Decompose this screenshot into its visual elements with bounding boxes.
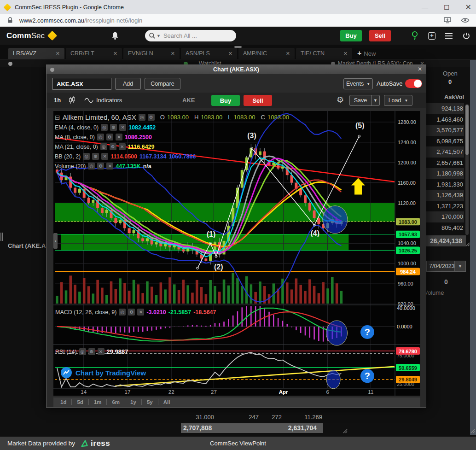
search-scope-caret-icon[interactable]: ▼ bbox=[157, 34, 161, 38]
collapse-icon[interactable]: ⊟ bbox=[55, 114, 60, 121]
dialog-close-icon[interactable]: ✕ bbox=[418, 66, 422, 72]
chart-buy-button[interactable]: Buy bbox=[211, 95, 240, 106]
chart-sell-button[interactable]: Sell bbox=[244, 95, 272, 106]
indicators-button[interactable]: Indicators bbox=[96, 97, 122, 104]
gear-icon[interactable]: ⚙ bbox=[88, 348, 95, 355]
tab-evn-gln[interactable]: EVN/GLN✕ bbox=[123, 48, 180, 59]
range-button-5d[interactable]: 5d bbox=[72, 399, 88, 405]
tab-crr-flt[interactable]: CRR/FLT✕ bbox=[66, 48, 122, 59]
resize-handle-icon[interactable] bbox=[465, 242, 470, 246]
tab-lrs-avz[interactable]: LRS/AVZ✕ bbox=[8, 48, 64, 59]
gear-icon[interactable]: ⚙ bbox=[148, 114, 155, 121]
range-button-1d[interactable]: 1d bbox=[55, 399, 71, 405]
tab-close-icon[interactable]: ✕ bbox=[286, 51, 290, 57]
eye-icon[interactable]: ◎ bbox=[88, 163, 95, 169]
minimize-button[interactable]: — bbox=[422, 4, 428, 11]
remove-icon[interactable]: ✕ bbox=[119, 124, 126, 131]
date-caret-icon[interactable]: ▼ bbox=[454, 261, 465, 271]
askvol-row[interactable]: 1,180,998 bbox=[426, 168, 464, 179]
askvol-row[interactable]: 924,138 bbox=[426, 103, 464, 114]
range-button-all[interactable]: All bbox=[158, 399, 175, 405]
askvol-row[interactable]: 3,570,577 bbox=[426, 125, 464, 136]
compare-button[interactable]: Compare bbox=[145, 78, 180, 90]
eye-icon[interactable]: ◎ bbox=[83, 153, 90, 160]
notifications-bell-icon[interactable] bbox=[111, 31, 119, 41]
gear-icon[interactable]: ⚙ bbox=[128, 309, 135, 316]
remove-icon[interactable]: ✕ bbox=[106, 163, 113, 169]
symbol-input[interactable] bbox=[52, 78, 111, 90]
eye-icon[interactable]: ◎ bbox=[100, 143, 107, 150]
tab-asn-pls[interactable]: ASN/PLS✕ bbox=[181, 48, 237, 59]
range-button-1m[interactable]: 1m bbox=[89, 399, 107, 405]
menu-icon[interactable] bbox=[445, 32, 453, 40]
dialog-title-bar[interactable]: Chart (AKE.ASX) ✕ bbox=[46, 65, 426, 74]
eye-icon[interactable]: ◎ bbox=[79, 348, 86, 355]
save-caret-button[interactable]: ▼ bbox=[371, 95, 380, 106]
autosave-toggle[interactable] bbox=[405, 79, 422, 88]
askvol-row[interactable]: 1,463,460 bbox=[426, 114, 464, 125]
askvol-row[interactable]: 805,402 bbox=[426, 222, 464, 234]
maximize-button[interactable]: ☐ bbox=[444, 4, 450, 11]
bulb-icon[interactable] bbox=[411, 31, 418, 41]
gear-icon[interactable]: ⚙ bbox=[106, 134, 113, 140]
install-icon[interactable] bbox=[443, 17, 452, 24]
eye-icon[interactable]: ◎ bbox=[139, 114, 145, 121]
save-button[interactable]: Save bbox=[349, 95, 372, 106]
range-button-6m[interactable]: 6m bbox=[107, 399, 125, 405]
askvol-row[interactable]: 2,657,661 bbox=[426, 158, 464, 169]
interval-selector[interactable]: 1h bbox=[54, 97, 61, 104]
gear-icon[interactable]: ⚙ bbox=[110, 124, 117, 131]
date-value[interactable]: 7/04/2023 bbox=[427, 261, 454, 271]
range-button-1y[interactable]: 1y bbox=[125, 399, 141, 405]
askvol-row[interactable]: 2,741,507 bbox=[426, 146, 464, 158]
url-bar[interactable]: www2.commsec.com.au/iressplugin-net6/log… bbox=[0, 14, 476, 27]
gear-icon[interactable]: ⚙ bbox=[97, 163, 104, 169]
power-icon[interactable] bbox=[462, 32, 470, 40]
tab-close-icon[interactable]: ✕ bbox=[171, 51, 175, 57]
candlestick-style-icon[interactable] bbox=[69, 96, 76, 104]
askvol-row[interactable]: 1,126,439 bbox=[426, 190, 464, 201]
background-chart-title[interactable]: Chart (AKE.AS bbox=[8, 242, 50, 249]
remove-icon[interactable]: ✕ bbox=[137, 309, 144, 316]
eye-icon[interactable]: ◎ bbox=[101, 124, 108, 131]
remove-icon[interactable]: ✕ bbox=[119, 143, 126, 150]
sell-button[interactable]: Sell bbox=[369, 30, 391, 41]
tab-close-icon[interactable]: ✕ bbox=[228, 51, 232, 57]
tab-tie-ctn[interactable]: TIE/ CTN✕ bbox=[296, 48, 352, 59]
eye-icon[interactable] bbox=[461, 17, 470, 23]
askvol-row[interactable]: 1,371,223 bbox=[426, 201, 464, 212]
gear-icon[interactable]: ⚙ bbox=[92, 153, 99, 160]
remove-icon[interactable]: ✕ bbox=[116, 134, 122, 140]
close-button[interactable]: ✕ bbox=[465, 3, 471, 12]
url-text[interactable]: www2.commsec.com.au/iressplugin-net6/log… bbox=[19, 17, 142, 24]
load-button[interactable]: Load ▼ bbox=[384, 95, 412, 106]
scrollbar-thumb[interactable] bbox=[465, 105, 469, 155]
search-input[interactable] bbox=[163, 32, 223, 39]
askvol-row[interactable]: 170,000 bbox=[426, 211, 464, 222]
tab-close-icon[interactable]: ✕ bbox=[113, 51, 117, 57]
tradingview-attribution[interactable]: Chart by TradingView bbox=[61, 367, 146, 378]
remove-icon[interactable]: ✕ bbox=[101, 153, 108, 160]
eye-icon[interactable]: ◎ bbox=[119, 309, 126, 316]
add-widget-icon[interactable]: + bbox=[428, 32, 435, 40]
settings-gear-icon[interactable]: ⚙ bbox=[337, 95, 344, 105]
new-tab-button[interactable]: +New bbox=[357, 48, 376, 59]
askvol-list[interactable]: 924,1381,463,4603,570,5776,098,6752,741,… bbox=[426, 103, 464, 233]
events-dropdown[interactable]: Events ▼ bbox=[343, 78, 373, 89]
date-input[interactable]: 7/04/2023 ▼ bbox=[426, 261, 466, 272]
askvol-row[interactable]: 6,098,675 bbox=[426, 136, 464, 147]
add-button[interactable]: Add bbox=[115, 78, 141, 90]
tab-close-icon[interactable]: ✕ bbox=[343, 51, 348, 57]
remove-icon[interactable]: ✕ bbox=[98, 348, 104, 355]
askvol-row[interactable]: 1,931,330 bbox=[426, 179, 464, 190]
search-box[interactable]: ▼ bbox=[145, 30, 236, 41]
commsec-logo[interactable]: CommSec bbox=[6, 31, 56, 41]
resize-handle-icon[interactable] bbox=[470, 428, 475, 433]
eye-icon[interactable]: ◎ bbox=[97, 134, 104, 140]
gear-icon[interactable]: ⚙ bbox=[110, 143, 116, 150]
resize-handle-icon[interactable] bbox=[342, 428, 348, 433]
range-button-5y[interactable]: 5y bbox=[142, 399, 158, 405]
tab-close-icon[interactable]: ✕ bbox=[56, 51, 60, 57]
tab-amp-nic[interactable]: AMP/NIC✕ bbox=[238, 48, 295, 59]
splitter-grip[interactable] bbox=[0, 233, 3, 241]
